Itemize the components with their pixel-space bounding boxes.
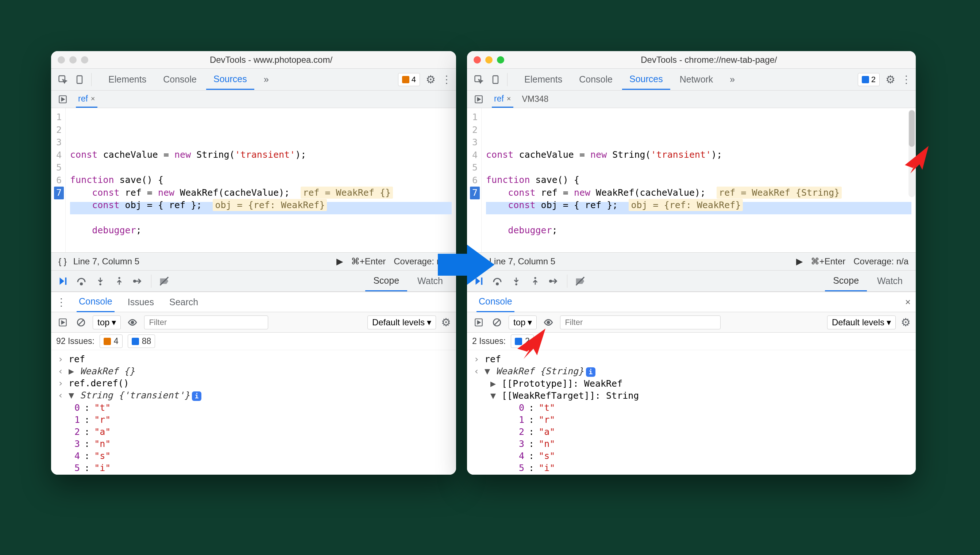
tab-elements[interactable]: Elements	[517, 70, 569, 89]
info-badge[interactable]: 2	[858, 73, 880, 86]
issues-count: 2 Issues:	[472, 336, 506, 346]
device-icon[interactable]	[489, 73, 502, 86]
svg-point-25	[547, 321, 550, 324]
step-out-icon[interactable]	[529, 275, 542, 287]
annotation-arrow-top	[898, 143, 930, 175]
drawer-tab-issues[interactable]: Issues	[126, 292, 156, 312]
warnings-badge[interactable]: 4	[398, 73, 420, 86]
levels-select[interactable]: Default levels▾	[827, 316, 896, 329]
settings-icon[interactable]: ⚙	[886, 73, 895, 86]
filter-input[interactable]	[144, 316, 268, 329]
file-tab-vm[interactable]: VM348	[520, 91, 551, 107]
window-title: DevTools - www.photopea.com/	[93, 55, 449, 65]
braces-icon[interactable]: { }	[58, 256, 67, 266]
clear-icon[interactable]	[74, 316, 88, 329]
editor-status-bar: { } Line 7, Column 5 ▶ ⌘+Enter Coverage:…	[467, 252, 916, 271]
prototype-label[interactable]: [[Prototype]]: WeakRef	[502, 378, 622, 389]
minimize-dot[interactable]	[485, 56, 492, 64]
tab-more[interactable]: »	[256, 70, 276, 89]
drawer-tabs: ⋮ Console Issues Search	[51, 292, 456, 312]
console-settings-icon[interactable]: ⚙	[441, 316, 451, 329]
step-icon[interactable]	[132, 275, 144, 287]
minimize-dot[interactable]	[69, 56, 77, 64]
tab-network[interactable]: Network	[672, 70, 721, 89]
drawer-more-icon[interactable]: ⋮	[56, 296, 66, 308]
code-editor[interactable]: 1 2 3 4 5 6 7 const cacheValue = new Str…	[467, 108, 916, 252]
console-input: ref	[484, 354, 501, 364]
svg-point-6	[118, 277, 120, 279]
play-icon[interactable]	[56, 316, 69, 329]
console-result[interactable]: String {'transient'}i	[80, 390, 201, 401]
scope-tab[interactable]: Scope	[365, 271, 407, 291]
clear-icon[interactable]	[490, 316, 504, 329]
tab-sources[interactable]: Sources	[622, 69, 670, 90]
settings-icon[interactable]: ⚙	[426, 73, 436, 86]
tab-console[interactable]: Console	[572, 70, 620, 89]
drawer-tab-search[interactable]: Search	[167, 292, 200, 312]
run-icon[interactable]: ▶	[796, 256, 803, 266]
maximize-dot[interactable]	[81, 56, 88, 64]
levels-select[interactable]: Default levels▾	[368, 316, 436, 329]
tab-console[interactable]: Console	[156, 70, 204, 89]
tab-sources[interactable]: Sources	[206, 69, 254, 90]
console-input: ref	[69, 354, 85, 364]
run-icon[interactable]: ▶	[336, 256, 343, 266]
console-result[interactable]: WeakRef {}	[80, 366, 135, 377]
step-over-icon[interactable]	[75, 275, 88, 287]
device-icon[interactable]	[73, 73, 86, 86]
info-icon[interactable]: i	[192, 391, 201, 401]
step-into-icon[interactable]	[94, 275, 107, 287]
close-drawer-icon[interactable]: ×	[905, 297, 911, 308]
more-icon[interactable]: ⋮	[441, 74, 451, 85]
console-result[interactable]: WeakRef {String}i	[496, 366, 595, 377]
step-into-icon[interactable]	[510, 275, 523, 287]
more-icon[interactable]: ⋮	[901, 74, 911, 85]
drawer-tab-console[interactable]: Console	[77, 292, 115, 312]
close-dot[interactable]	[58, 56, 65, 64]
play-icon[interactable]	[472, 316, 485, 329]
filter-input[interactable]	[560, 316, 721, 329]
eye-icon[interactable]	[126, 316, 139, 329]
scrollbar-thumb[interactable]	[909, 110, 915, 147]
file-tab-ref[interactable]: ref×	[492, 91, 513, 108]
step-icon[interactable]	[548, 275, 560, 287]
code-content[interactable]: const cacheValue = new String('transient…	[66, 108, 456, 252]
issues-warnings[interactable]: 4	[100, 334, 123, 348]
inspect-icon[interactable]	[472, 73, 485, 86]
issues-row: 92 Issues: 4 88	[51, 333, 456, 350]
code-content[interactable]: const cacheValue = new String('transient…	[481, 108, 916, 252]
inspect-icon[interactable]	[56, 73, 69, 86]
inline-hint: ref = WeakRef {}	[301, 186, 393, 199]
deactivate-breakpoints-icon[interactable]	[574, 275, 586, 287]
tab-elements[interactable]: Elements	[101, 70, 153, 89]
watch-tab[interactable]: Watch	[869, 271, 911, 290]
svg-point-17	[497, 283, 499, 285]
line-gutter: 1 2 3 4 5 6 7	[467, 108, 481, 252]
context-select[interactable]: top▾	[93, 316, 121, 329]
console-output[interactable]: ›ref ‹▼WeakRef {String}i ▶[[Prototype]]:…	[467, 350, 916, 475]
drawer-tab-console[interactable]: Console	[476, 292, 515, 312]
info-icon[interactable]: i	[586, 367, 595, 377]
deactivate-breakpoints-icon[interactable]	[158, 275, 170, 287]
resume-icon[interactable]	[56, 275, 69, 287]
maximize-dot[interactable]	[497, 56, 504, 64]
tab-more[interactable]: »	[723, 70, 742, 89]
console-settings-icon[interactable]: ⚙	[901, 316, 911, 329]
close-dot[interactable]	[473, 56, 481, 64]
file-tabs: ref× VM348	[467, 91, 916, 108]
editor-status-bar: { } Line 7, Column 5 ▶ ⌘+Enter Coverage:…	[51, 252, 456, 271]
run-snippet-icon[interactable]	[472, 93, 485, 106]
devtools-window-left: DevTools - www.photopea.com/ Elements Co…	[51, 51, 456, 475]
file-tabs: ref×	[51, 91, 456, 108]
step-out-icon[interactable]	[113, 275, 126, 287]
weakref-target-label[interactable]: [[WeakRefTarget]]: String	[502, 390, 639, 401]
console-output[interactable]: ›ref ‹▶WeakRef {} ›ref.deref() ‹▼String …	[51, 350, 456, 475]
close-icon[interactable]: ×	[507, 95, 511, 103]
scope-tab[interactable]: Scope	[825, 271, 867, 291]
close-icon[interactable]: ×	[91, 95, 95, 103]
issues-info[interactable]: 88	[128, 334, 155, 348]
code-editor[interactable]: 1 2 3 4 5 6 7 const cacheValue = new Str…	[51, 108, 456, 252]
file-tab-ref[interactable]: ref×	[76, 91, 98, 108]
svg-point-19	[534, 277, 536, 279]
run-snippet-icon[interactable]	[56, 93, 69, 106]
